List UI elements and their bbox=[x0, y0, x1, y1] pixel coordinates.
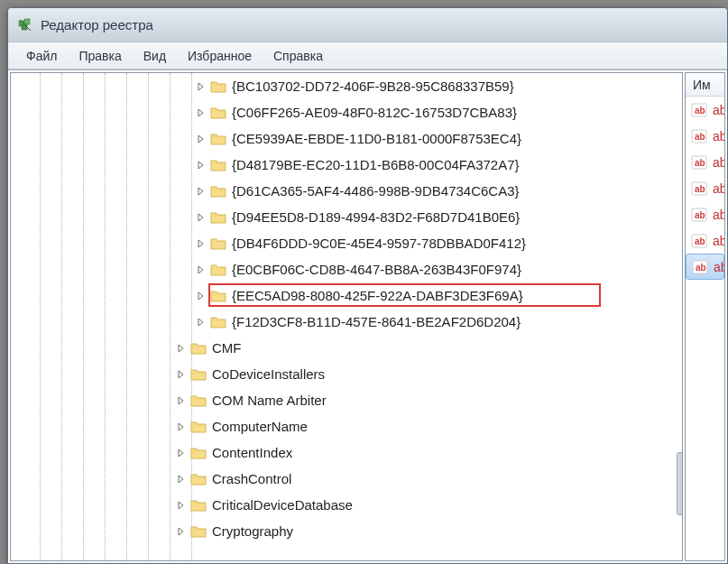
titlebar[interactable]: Редактор реестра bbox=[8, 8, 727, 42]
folder-icon bbox=[210, 210, 226, 225]
tree-item-guid[interactable]: {BC103702-DD72-406F-9B28-95C868337B59} bbox=[11, 73, 682, 99]
expander-icon[interactable] bbox=[176, 526, 187, 537]
tree-item-label: COM Name Arbiter bbox=[212, 393, 327, 408]
expander-icon[interactable] bbox=[176, 448, 187, 458]
values-header[interactable]: Им bbox=[686, 73, 724, 97]
expander-icon[interactable] bbox=[196, 134, 207, 144]
tree-item-label: ComputerName bbox=[212, 419, 308, 434]
tree-item-label: {C06FF265-AE09-48F0-812C-16753D7CBA83} bbox=[232, 105, 517, 120]
folder-icon bbox=[210, 263, 226, 277]
menu-favorites[interactable]: Избранное bbox=[177, 45, 263, 67]
tree-item-guid[interactable]: {CE5939AE-EBDE-11D0-B181-0000F8753EC4} bbox=[11, 125, 682, 152]
expander-icon[interactable] bbox=[196, 160, 207, 171]
svg-rect-1 bbox=[24, 19, 30, 24]
string-value-icon: ab bbox=[691, 180, 707, 197]
expander-icon[interactable] bbox=[196, 238, 207, 249]
tree-item-label: CrashControl bbox=[212, 471, 291, 486]
tree-item-label: ContentIndex bbox=[212, 445, 292, 460]
expander-icon[interactable] bbox=[176, 343, 187, 354]
scrollbar-thumb[interactable] bbox=[677, 452, 683, 515]
menu-file[interactable]: Файл bbox=[15, 45, 68, 67]
value-row[interactable]: abab bbox=[686, 149, 724, 175]
expander-icon[interactable] bbox=[196, 317, 207, 328]
svg-text:ab: ab bbox=[695, 184, 705, 194]
value-row[interactable]: abab bbox=[686, 227, 724, 254]
svg-text:ab: ab bbox=[695, 210, 705, 220]
tree-item-guid[interactable]: {E0CBF06C-CD8B-4647-BB8A-263B43F0F974} bbox=[11, 256, 682, 282]
header-name-col: Им bbox=[693, 78, 711, 92]
tree-item-label: {D48179BE-EC20-11D1-B6B8-00C04FA372A7} bbox=[232, 157, 520, 172]
value-row[interactable]: abab bbox=[686, 175, 724, 201]
folder-icon bbox=[210, 132, 226, 146]
tree-item-label: CoDeviceInstallers bbox=[212, 366, 325, 382]
string-value-icon: ab bbox=[692, 259, 708, 275]
value-row[interactable]: abab bbox=[686, 254, 724, 280]
tree-item-guid[interactable]: {D48179BE-EC20-11D1-B6B8-00C04FA372A7} bbox=[11, 152, 682, 178]
expander-icon[interactable] bbox=[176, 421, 187, 432]
tree-item[interactable]: ContentIndex bbox=[11, 439, 682, 466]
folder-icon bbox=[210, 236, 226, 251]
menu-help[interactable]: Справка bbox=[263, 45, 334, 67]
folder-icon bbox=[190, 341, 207, 356]
tree-item[interactable]: CoDeviceInstallers bbox=[11, 361, 682, 387]
value-name: ab bbox=[713, 129, 725, 143]
svg-text:ab: ab bbox=[695, 132, 705, 142]
folder-icon bbox=[190, 393, 207, 408]
tree-item-guid[interactable]: {EEC5AD98-8080-425F-922A-DABF3DE3F69A} bbox=[11, 282, 682, 309]
svg-text:ab: ab bbox=[695, 158, 705, 168]
expander-icon[interactable] bbox=[176, 369, 187, 380]
value-name: ab bbox=[713, 155, 725, 170]
expander-icon[interactable] bbox=[196, 186, 207, 197]
folder-icon bbox=[190, 524, 207, 539]
expander-icon[interactable] bbox=[196, 212, 207, 223]
tree-item-guid[interactable]: {D61CA365-5AF4-4486-998B-9DB4734C6CA3} bbox=[11, 178, 682, 204]
folder-icon bbox=[190, 472, 207, 486]
app-icon bbox=[17, 17, 33, 33]
values-pane[interactable]: Им abababababababababababababab bbox=[685, 72, 725, 561]
svg-text:ab: ab bbox=[695, 106, 705, 116]
expander-icon[interactable] bbox=[196, 107, 207, 118]
tree-item-guid[interactable]: {DB4F6DDD-9C0E-45E4-9597-78DBBAD0F412} bbox=[11, 230, 682, 256]
expander-icon[interactable] bbox=[196, 81, 207, 92]
tree-item-label: {CE5939AE-EBDE-11D0-B181-0000F8753EC4} bbox=[232, 131, 521, 146]
tree-item-guid[interactable]: {D94EE5D8-D189-4994-83D2-F68D7D41B0E6} bbox=[11, 204, 682, 230]
expander-icon[interactable] bbox=[176, 500, 187, 511]
string-value-icon: ab bbox=[691, 102, 707, 118]
tree-item[interactable]: CMF bbox=[11, 335, 682, 361]
expander-icon[interactable] bbox=[176, 474, 187, 485]
svg-text:ab: ab bbox=[696, 263, 706, 273]
value-row[interactable]: abab bbox=[686, 97, 724, 123]
expander-icon[interactable] bbox=[196, 291, 207, 301]
string-value-icon: ab bbox=[691, 207, 707, 223]
expander-icon[interactable] bbox=[176, 395, 187, 406]
value-name: ab bbox=[713, 181, 725, 196]
folder-icon bbox=[190, 498, 207, 513]
tree-item[interactable]: COM Name Arbiter bbox=[11, 387, 682, 413]
value-row[interactable]: abab bbox=[686, 201, 724, 227]
tree-item[interactable]: Cryptography bbox=[11, 518, 682, 544]
expander-icon[interactable] bbox=[196, 264, 207, 275]
tree-item-guid[interactable]: {C06FF265-AE09-48F0-812C-16753D7CBA83} bbox=[11, 99, 682, 125]
menu-view[interactable]: Вид bbox=[133, 45, 177, 67]
tree-item[interactable]: ComputerName bbox=[11, 413, 682, 439]
value-name: ab bbox=[713, 208, 725, 222]
folder-icon bbox=[210, 289, 226, 303]
string-value-icon: ab bbox=[691, 128, 707, 144]
tree-item-label: {D61CA365-5AF4-4486-998B-9DB4734C6CA3} bbox=[232, 183, 520, 199]
tree-item-label: {D94EE5D8-D189-4994-83D2-F68D7D41B0E6} bbox=[232, 209, 520, 225]
tree-pane[interactable]: {BC103702-DD72-406F-9B28-95C868337B59}{C… bbox=[10, 72, 683, 561]
tree-item-label: {EEC5AD98-8080-425F-922A-DABF3DE3F69A} bbox=[232, 288, 523, 303]
tree-item-label: {F12D3CF8-B11D-457E-8641-BE2AF2D6D204} bbox=[232, 314, 521, 329]
folder-icon bbox=[210, 106, 226, 120]
value-row[interactable]: abab bbox=[686, 123, 724, 149]
tree-item-guid[interactable]: {F12D3CF8-B11D-457E-8641-BE2AF2D6D204} bbox=[11, 309, 682, 335]
tree-item[interactable]: CrashControl bbox=[11, 466, 682, 492]
tree-item[interactable]: CriticalDeviceDatabase bbox=[11, 492, 682, 518]
menu-edit[interactable]: Правка bbox=[68, 45, 132, 67]
folder-icon bbox=[210, 158, 226, 172]
tree-item-label: {DB4F6DDD-9C0E-45E4-9597-78DBBAD0F412} bbox=[232, 236, 526, 251]
content-area: {BC103702-DD72-406F-9B28-95C868337B59}{C… bbox=[8, 69, 727, 563]
svg-text:ab: ab bbox=[695, 236, 705, 246]
string-value-icon: ab bbox=[691, 233, 707, 249]
folder-icon bbox=[210, 79, 226, 94]
